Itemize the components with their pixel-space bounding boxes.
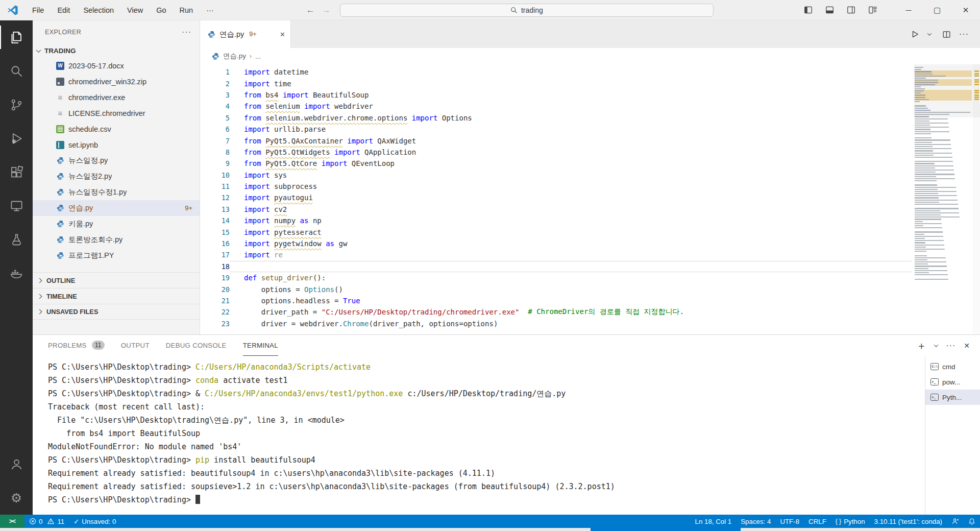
command-center-search[interactable]: trading	[340, 4, 714, 17]
menu-go[interactable]: Go	[150, 3, 173, 17]
file-row[interactable]: chromedriver_win32.zip	[33, 74, 200, 89]
minimap-slider[interactable]	[914, 64, 980, 117]
nav-back-icon[interactable]: ←	[306, 5, 315, 15]
menu-file[interactable]: File	[26, 3, 51, 17]
file-row[interactable]: 뉴스일정.py	[33, 153, 200, 168]
close-button[interactable]: ✕	[951, 0, 980, 20]
code-line: 5from selenium.webdriver.chrome.options …	[200, 112, 980, 124]
panel-tab-debug-console[interactable]: DEBUG CONSOLE	[166, 335, 227, 356]
terminal-dropdown-chevron-icon[interactable]	[934, 343, 938, 347]
account-icon[interactable]	[0, 447, 33, 481]
unsaved-status[interactable]: ✓ Unsaved: 0	[69, 515, 120, 528]
menu-selection[interactable]: Selection	[77, 3, 120, 17]
file-row[interactable]: schedule.csv	[33, 121, 200, 137]
explorer-icon[interactable]	[0, 20, 33, 54]
code-line: 4from selenium import webdriver	[200, 101, 980, 112]
indentation[interactable]: Spaces: 4	[736, 515, 775, 528]
terminal-line: PS C:\Users\HP\Desktop\trading>	[48, 493, 920, 506]
panel-close-icon[interactable]: ✕	[964, 342, 970, 350]
editor-more-actions-icon[interactable]: ···	[959, 30, 969, 39]
menu-edit[interactable]: Edit	[51, 3, 77, 17]
file-row[interactable]: W2023-05-17.docx	[33, 58, 200, 74]
terminal-instance-Pyth[interactable]: >_Pyth...	[925, 390, 980, 405]
file-row[interactable]: 뉴스일정수정1.py	[33, 184, 200, 200]
minimize-button[interactable]: ─	[894, 0, 923, 20]
search-icon[interactable]	[0, 54, 33, 88]
run-debug-icon[interactable]	[0, 122, 33, 155]
maximize-button[interactable]: ▢	[923, 0, 951, 20]
toggle-secondary-sidebar-icon[interactable]	[842, 3, 860, 18]
file-row[interactable]: 연습.py9+	[33, 200, 200, 216]
panel-tab-terminal[interactable]: TERMINAL	[243, 335, 278, 356]
feedback-status[interactable]	[947, 515, 964, 528]
menu-view[interactable]: View	[120, 3, 150, 17]
plain-icon: ≡	[56, 109, 64, 117]
source-control-icon[interactable]	[0, 88, 33, 122]
file-row[interactable]: set.ipynb	[33, 137, 200, 153]
code-text: def setup_driver():	[230, 272, 980, 283]
customize-layout-icon[interactable]	[864, 3, 881, 18]
python-icon	[56, 188, 64, 197]
breadcrumb[interactable]: 연습.py › ...	[200, 48, 980, 64]
remote-explorer-icon[interactable]	[0, 189, 33, 223]
remote-indicator[interactable]: ><	[0, 515, 24, 528]
breadcrumb-file[interactable]: 연습.py	[223, 52, 246, 61]
terminal-instance-pow[interactable]: >_pow...	[925, 374, 980, 390]
section-outline[interactable]: OUTLINE	[33, 272, 200, 288]
cursor-position[interactable]: Ln 18, Col 1	[691, 515, 737, 528]
language-mode[interactable]: { } Python	[831, 515, 870, 528]
file-row[interactable]: ≡LICENSE.chromedriver	[33, 105, 200, 121]
code-editor[interactable]: 1import datetime2import time3from bs4 im…	[200, 64, 980, 334]
terminal-instance-cmd[interactable]: C:\cmd	[925, 359, 980, 374]
panel-more-actions-icon[interactable]: ···	[946, 341, 955, 350]
cmd-icon: C:\	[930, 363, 939, 370]
toggle-sidebar-icon[interactable]	[799, 3, 817, 18]
notifications[interactable]	[964, 515, 980, 528]
file-row[interactable]: 키움.py	[33, 216, 200, 232]
split-editor-icon[interactable]	[942, 30, 951, 39]
terminal-line: File "c:\Users\HP\Desktop\trading\연습.py"…	[48, 414, 920, 427]
activity-bar: ⚙	[0, 20, 33, 515]
run-dropdown-chevron-icon[interactable]	[928, 33, 931, 36]
python-interpreter[interactable]: 3.10.11 ('test1': conda)	[870, 515, 947, 528]
sidebar-more-actions-icon[interactable]: ···	[182, 28, 191, 37]
panel-tab-output[interactable]: OUTPUT	[121, 335, 150, 356]
code-text: driver = webdriver.Chrome(driver_path, o…	[230, 318, 980, 329]
terminal-line: Requirement already satisfied: beautiful…	[48, 467, 920, 480]
tab-close-icon[interactable]: ✕	[280, 31, 285, 38]
docker-icon[interactable]	[0, 256, 33, 290]
error-icon	[29, 518, 36, 525]
folder-section-trading[interactable]: TRADING	[33, 44, 200, 58]
menu-run[interactable]: Run	[173, 3, 200, 17]
eol-sequence[interactable]: CRLF	[804, 515, 831, 528]
extensions-icon[interactable]	[0, 155, 33, 189]
panel-tab-problems[interactable]: PROBLEMS11	[48, 335, 105, 356]
settings-icon[interactable]: ⚙	[0, 481, 33, 515]
section-timeline[interactable]: TIMELINE	[33, 288, 200, 304]
testing-icon[interactable]	[0, 223, 33, 256]
breadcrumb-more[interactable]: ...	[255, 53, 261, 60]
file-row[interactable]: 토론방조회수.py	[33, 232, 200, 248]
new-terminal-icon[interactable]: ＋	[916, 341, 926, 351]
section-unsaved-files[interactable]: UNSAVED FILES	[33, 304, 200, 320]
file-name: 프로그램1.PY	[68, 251, 114, 260]
problems-status[interactable]: 0 11	[24, 515, 69, 528]
file-row[interactable]: 뉴스일정2.py	[33, 168, 200, 184]
menu-more-icon[interactable]: ···	[200, 3, 220, 17]
terminal-output[interactable]: PS C:\Users\HP\Desktop\trading> C:/Users…	[33, 356, 925, 515]
nav-forward-icon[interactable]: →	[322, 5, 331, 15]
code-line: 9from PyQt5.QtCore import QEventLoop	[200, 158, 980, 169]
encoding[interactable]: UTF-8	[775, 515, 804, 528]
file-row[interactable]: ≡chromedriver.exe	[33, 89, 200, 105]
code-text: import urllib.parse	[230, 124, 980, 135]
check-icon: ✓	[74, 518, 79, 525]
file-row[interactable]: 프로그램1.PY	[33, 248, 200, 263]
python-icon	[56, 236, 64, 244]
code-text: import datetime	[230, 66, 980, 78]
run-button[interactable]	[911, 30, 920, 39]
toggle-panel-icon[interactable]	[821, 3, 838, 18]
code-line: 14import numpy as np	[200, 215, 980, 226]
vscode-window: FileEditSelectionViewGoRun··· ← → tradin…	[0, 0, 980, 531]
line-number: 20	[200, 285, 230, 294]
tab-practice-py[interactable]: 연습.py 9+ ✕	[200, 20, 291, 48]
